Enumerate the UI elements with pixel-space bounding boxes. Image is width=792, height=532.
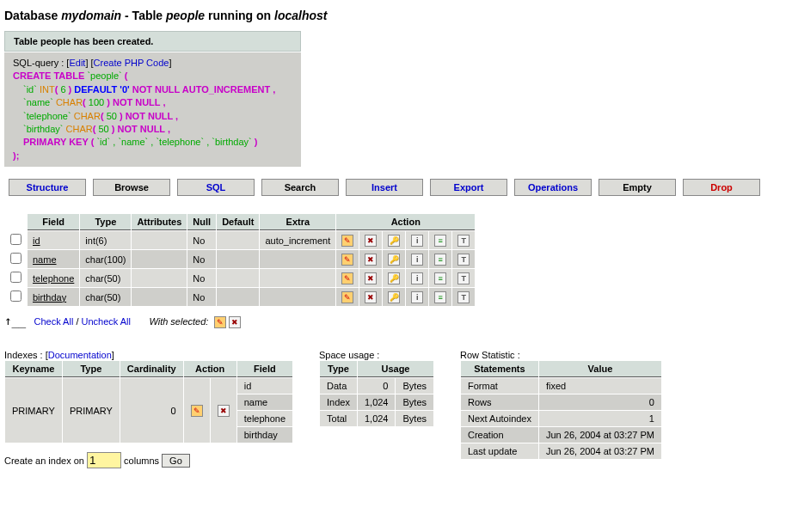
field-link[interactable]: name [33, 254, 57, 265]
unique-icon[interactable]: ≡ [434, 254, 446, 266]
fulltext-icon[interactable]: T [457, 235, 470, 247]
th-attributes: Attributes [132, 214, 187, 230]
uncheck-all-link[interactable]: Uncheck All [82, 316, 131, 327]
fulltext-icon[interactable]: T [457, 272, 470, 284]
table-row: PRIMARYPRIMARY0✎✖id [5, 378, 292, 394]
delete-icon[interactable]: ✖ [365, 291, 377, 303]
th-extra: Extra [260, 214, 335, 230]
sql-create-php-link[interactable]: Create PHP Code [94, 58, 169, 68]
delete-icon[interactable]: ✖ [229, 316, 241, 328]
edit-icon[interactable]: ✎ [214, 316, 226, 328]
tab-sql[interactable]: SQL [177, 179, 255, 196]
page-title: Database mydomain - Table people running… [4, 9, 788, 22]
index-icon[interactable]: i [411, 272, 423, 284]
unique-icon[interactable]: ≡ [434, 291, 446, 303]
edit-icon[interactable]: ✎ [341, 291, 353, 303]
primary-key-icon[interactable]: 🔑 [388, 272, 400, 284]
space-usage-section: Space usage : Type Usage Data0BytesIndex… [319, 350, 434, 427]
table-row: Last updateJun 26, 2004 at 03:27 PM [461, 443, 661, 459]
table-row: Rows0 [461, 394, 661, 410]
indexes-doc-link[interactable]: Documentation [48, 350, 112, 360]
tab-insert[interactable]: Insert [346, 179, 423, 196]
field-link[interactable]: telephone [33, 273, 74, 284]
field-link[interactable]: id [33, 235, 40, 246]
check-all-link[interactable]: Check All [34, 316, 73, 327]
table-row: Next Autoindex1 [461, 411, 661, 426]
primary-key-icon[interactable]: 🔑 [388, 291, 400, 303]
fulltext-icon[interactable]: T [457, 291, 470, 303]
indexes-section: Indexes : [Documentation] Keyname Type C… [4, 350, 293, 468]
sql-query-box: SQL-query : [Edit] [Create PHP Code] CRE… [4, 52, 301, 167]
go-button[interactable]: Go [162, 454, 190, 468]
index-icon[interactable]: i [411, 235, 423, 247]
th-action: Action [336, 214, 475, 230]
field-link[interactable]: birthday [33, 292, 66, 303]
table-row: CreationJun 26, 2004 at 03:27 PM [461, 427, 661, 443]
delete-icon[interactable]: ✖ [218, 405, 230, 417]
delete-icon[interactable]: ✖ [365, 272, 377, 284]
row-checkbox[interactable] [10, 272, 21, 283]
multi-actions: ↑__ Check All / Uncheck All With selecte… [4, 314, 788, 328]
th-default: Default [217, 214, 259, 230]
notice-created: Table people has been created. [4, 31, 301, 52]
tab-browse[interactable]: Browse [93, 179, 170, 196]
table-row: Formatfixed [461, 378, 661, 394]
tab-export[interactable]: Export [430, 179, 507, 196]
edit-icon[interactable]: ✎ [341, 272, 353, 284]
row-checkbox[interactable] [10, 290, 21, 302]
create-index-form: Create an index on columns Go [4, 452, 293, 468]
tab-drop[interactable]: Drop [683, 179, 760, 196]
th-null: Null [187, 214, 216, 230]
fields-table: Field Type Attributes Null Default Extra… [4, 213, 476, 307]
indexes-table: Keyname Type Cardinality Action Field PR… [4, 360, 293, 443]
index-columns-input[interactable] [87, 452, 121, 468]
row-statistics-section: Row Statistic : Statements Value Formatf… [460, 350, 662, 460]
table-row: birthdaychar(50)No✎✖🔑i≡T [5, 288, 475, 306]
arrow-icon: ↑__ [4, 314, 26, 327]
with-selected-label: With selected: [149, 316, 208, 327]
edit-icon[interactable]: ✎ [341, 254, 353, 266]
tab-bar: Structure Browse SQL Search Insert Expor… [4, 177, 764, 198]
table-row: telephonechar(50)No✎✖🔑i≡T [5, 269, 475, 287]
row-statistics-table: Statements Value FormatfixedRows0Next Au… [460, 360, 662, 460]
tab-search[interactable]: Search [261, 179, 339, 196]
edit-icon[interactable]: ✎ [341, 235, 353, 247]
edit-icon[interactable]: ✎ [191, 405, 203, 417]
unique-icon[interactable]: ≡ [434, 272, 446, 284]
table-row: Data0Bytes [320, 378, 433, 394]
tab-empty[interactable]: Empty [599, 179, 676, 196]
table-row: Total1,024Bytes [320, 411, 433, 426]
space-usage-table: Type Usage Data0BytesIndex1,024BytesTota… [319, 360, 434, 427]
primary-key-icon[interactable]: 🔑 [388, 254, 400, 266]
delete-icon[interactable]: ✖ [365, 254, 377, 266]
index-icon[interactable]: i [411, 254, 423, 266]
fulltext-icon[interactable]: T [457, 254, 470, 266]
primary-key-icon[interactable]: 🔑 [388, 235, 400, 247]
index-icon[interactable]: i [411, 291, 423, 303]
table-row: namechar(100)No✎✖🔑i≡T [5, 250, 475, 268]
table-row: idint(6)Noauto_increment✎✖🔑i≡T [5, 231, 475, 249]
tab-structure[interactable]: Structure [9, 179, 86, 196]
sql-edit-link[interactable]: Edit [69, 58, 85, 68]
th-type: Type [80, 214, 131, 230]
delete-icon[interactable]: ✖ [365, 235, 377, 247]
unique-icon[interactable]: ≡ [434, 235, 446, 247]
row-checkbox[interactable] [10, 253, 21, 264]
row-checkbox[interactable] [10, 234, 21, 245]
table-row: Index1,024Bytes [320, 394, 433, 410]
th-field: Field [28, 214, 79, 230]
tab-operations[interactable]: Operations [514, 179, 592, 196]
